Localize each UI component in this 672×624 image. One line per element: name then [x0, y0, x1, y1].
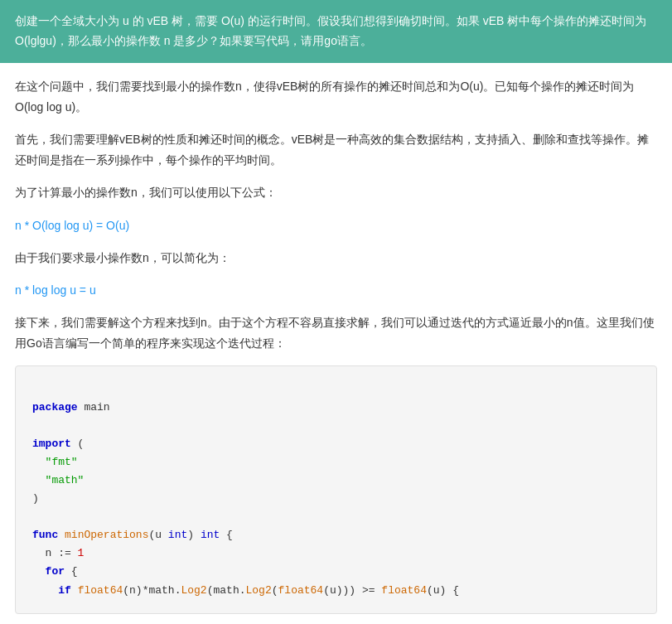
code-line-fmt: "fmt" [32, 453, 640, 472]
paragraph-1: 在这个问题中，我们需要找到最小的操作数n，使得vEB树的所有操作的摊还时间总和为… [15, 76, 657, 118]
code-line-import: import ( [32, 435, 640, 453]
para1-text: 在这个问题中，我们需要找到最小的操作数n，使得vEB树的所有操作的摊还时间总和为… [15, 80, 634, 114]
paragraph-4: 由于我们要求最小操作数n，可以简化为： [15, 248, 657, 268]
code-line-n: n := 1 [32, 544, 640, 563]
code-line-blank3 [32, 508, 640, 526]
para5-text: 接下来，我们需要解这个方程来找到n。由于这个方程不容易直接求解，我们可以通过迭代… [15, 316, 655, 350]
code-line-for: for { [32, 563, 640, 581]
formula-2: n * log log u = u [15, 280, 657, 301]
code-line-import-close: ) [32, 490, 640, 508]
code-line-math: "math" [32, 472, 640, 490]
formula2-text: n * log log u = u [15, 283, 96, 297]
paragraph-3: 为了计算最小的操作数n，我们可以使用以下公式： [15, 182, 657, 203]
formula-1: n * O(log log u) = O(u) [15, 215, 657, 236]
code-line-if: if float64(n)*math.Log2(math.Log2(float6… [32, 582, 640, 600]
para4-text: 由于我们要求最小操作数n，可以简化为： [15, 251, 230, 264]
paragraph-2: 首先，我们需要理解vEB树的性质和摊还时间的概念。vEB树是一种高效的集合数据结… [15, 129, 657, 171]
header-text: 创建一个全域大小为 u 的 vEB 树，需要 O(u) 的运行时间。假设我们想得… [15, 14, 646, 47]
header-banner: 创建一个全域大小为 u 的 vEB 树，需要 O(u) 的运行时间。假设我们想得… [0, 0, 672, 63]
para2-text: 首先，我们需要理解vEB树的性质和摊还时间的概念。vEB树是一种高效的集合数据结… [15, 133, 649, 167]
para3-text: 为了计算最小的操作数n，我们可以使用以下公式： [15, 186, 277, 199]
code-line-func: func minOperations(u int) int { [32, 526, 640, 544]
code-line-blank2 [32, 417, 640, 435]
code-block: package main import ( "fmt" "math" ) fun… [15, 365, 657, 613]
code-line-package: package main [32, 399, 640, 417]
paragraph-5: 接下来，我们需要解这个方程来找到n。由于这个方程不容易直接求解，我们可以通过迭代… [15, 312, 657, 354]
code-line-blank1 [32, 380, 640, 398]
content-area: 在这个问题中，我们需要找到最小的操作数n，使得vEB树的所有操作的摊还时间总和为… [0, 63, 672, 624]
formula1-text: n * O(log log u) = O(u) [15, 219, 129, 232]
